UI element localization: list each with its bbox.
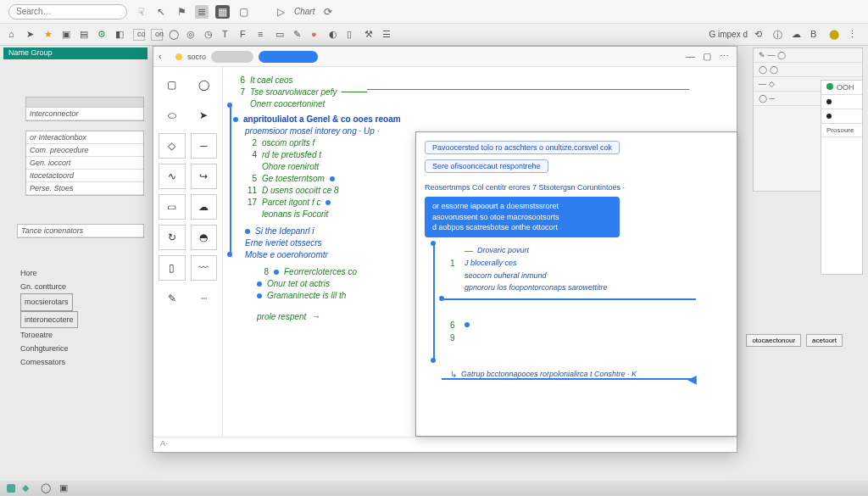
drop-icon[interactable]: ● xyxy=(311,29,323,41)
sync-icon[interactable]: ⟲ xyxy=(754,29,766,41)
refresh-icon[interactable]: ⟳ xyxy=(321,5,335,19)
overlay-panel: Pavoocersted tolo ro acschters o onultiz… xyxy=(415,131,737,437)
right-panel-2: OOH Prosoure xyxy=(821,80,863,275)
bg-frame-1: Interconnector xyxy=(25,97,144,121)
bg-btn-a[interactable]: otocaectonour xyxy=(746,334,801,347)
bg-btn-b[interactable]: acetoort xyxy=(806,334,843,347)
taskbar-icon-3[interactable]: ▣ xyxy=(59,482,71,494)
window-dot-icon xyxy=(175,53,182,60)
back-icon[interactable]: ‹ xyxy=(159,51,170,63)
font-icon[interactable]: F xyxy=(240,29,252,41)
layer-icon[interactable]: ▭ xyxy=(275,29,287,41)
align-icon[interactable]: ≡ xyxy=(258,29,270,41)
pal-loop-icon[interactable]: ↻ xyxy=(159,225,186,250)
chip-2[interactable]: Sere ofisooncecaut respontrehe xyxy=(425,159,548,173)
arrow-icon[interactable]: ➤ xyxy=(26,29,38,41)
pal-cloud-icon[interactable]: ☁ xyxy=(191,194,218,220)
pal-diamond-icon[interactable]: ◇ xyxy=(159,133,186,159)
popup-header: ‹ socro — ▢ ⋯ xyxy=(153,47,737,67)
right-label: G impex d xyxy=(709,30,748,39)
chip-filled[interactable]: or essorne iapoourt a doesmstssroret aso… xyxy=(425,197,620,237)
btn-a[interactable]: co xyxy=(133,29,145,41)
pal-square-icon[interactable]: ▢ xyxy=(159,72,186,98)
pointer-icon[interactable]: ↖ xyxy=(154,5,168,19)
pal-arrow-icon[interactable]: ➤ xyxy=(191,103,218,128)
bold-icon[interactable]: B xyxy=(810,29,822,41)
misc-icon[interactable]: ◐ xyxy=(329,29,341,41)
bell-icon[interactable]: ⬤ xyxy=(829,29,841,41)
btn-b[interactable]: on xyxy=(151,29,163,41)
pal-pen-icon[interactable]: ✎ xyxy=(159,286,186,311)
popup-title: socro xyxy=(187,53,206,61)
chart-label: Chart xyxy=(294,7,314,16)
pal-connector-icon[interactable]: ↪ xyxy=(191,164,218,189)
text-icon[interactable]: T xyxy=(222,29,234,41)
bg-frame-3: Tance iconenators xyxy=(17,224,144,238)
taskbar: ◆ ◯ ▣ xyxy=(0,481,868,496)
search-input[interactable] xyxy=(8,4,127,20)
ruler-icon[interactable]: ▯ xyxy=(347,29,359,41)
pen-icon[interactable]: ✎ xyxy=(293,29,305,41)
chip-1[interactable]: Pavoocersted tolo ro acschters o onultiz… xyxy=(425,141,620,154)
cloud-icon[interactable]: ☁ xyxy=(792,29,804,41)
tool-icon[interactable]: ⚒ xyxy=(364,29,376,41)
icon-palette: ▢ ◯ ⬭ ➤ ◇ ─ ∿ ↪ ▭ ☁ ↻ ◓ ▯ 〰 ✎ ┈ xyxy=(153,67,223,437)
top-toolbar: ☟ ↖ ⚑ ≣ ▦ ▢ ▷ Chart ⟳ xyxy=(0,0,868,24)
square-icon[interactable]: ▢ xyxy=(236,5,250,19)
play-icon[interactable]: ▷ xyxy=(274,5,287,19)
target-icon[interactable]: ◎ xyxy=(186,29,198,41)
grid-icon[interactable]: ▦ xyxy=(215,5,230,19)
pal-dash-icon[interactable]: ┈ xyxy=(191,286,218,311)
left-header: Name Group xyxy=(3,47,147,59)
max-icon[interactable]: ▢ xyxy=(703,51,715,63)
divider-line xyxy=(367,89,689,90)
taskbar-icon-2[interactable]: ◯ xyxy=(41,482,53,494)
pal-scribble-icon[interactable]: 〰 xyxy=(191,255,218,281)
flag-icon[interactable]: ⚑ xyxy=(175,5,188,19)
list-icon[interactable]: ≣ xyxy=(195,5,209,19)
bg-buttons: otocaectonour acetoort xyxy=(746,334,843,347)
pal-curve-icon[interactable]: ∿ xyxy=(159,164,186,189)
taskbar-icon-1[interactable]: ◆ xyxy=(22,482,34,494)
gear-icon[interactable]: ⚙ xyxy=(97,29,109,41)
doc-icon[interactable]: ▤ xyxy=(80,29,92,41)
min-icon[interactable]: — xyxy=(686,51,698,63)
star-icon[interactable]: ★ xyxy=(44,29,56,41)
info-icon[interactable]: ⓘ xyxy=(773,29,785,41)
pal-shape-icon[interactable]: ◓ xyxy=(191,225,218,250)
option-icon[interactable]: ⋮ xyxy=(848,29,860,41)
taskbar-app-1[interactable] xyxy=(7,484,15,493)
shape-icon[interactable]: ◧ xyxy=(115,29,127,41)
more-icon[interactable]: ⋯ xyxy=(720,51,732,63)
bg-frame-2: or Interactionbox Com. preocedure Gen. i… xyxy=(25,131,144,196)
tab-inactive[interactable] xyxy=(211,51,253,63)
pal-oval-icon[interactable]: ⬭ xyxy=(159,103,186,128)
second-toolbar: ⌂ ➤ ★ ▣ ▤ ⚙ ◧ co on ◯ ◎ ◷ T F ≡ ▭ ✎ ● ◐ … xyxy=(0,24,868,46)
home-icon[interactable]: ⌂ xyxy=(8,29,20,41)
pal-line-icon[interactable]: ─ xyxy=(191,133,218,159)
box-icon[interactable]: ▣ xyxy=(62,29,74,41)
tab-active[interactable] xyxy=(259,51,318,63)
bg-lower-list: Hore Gn. contturce mocsierotars interone… xyxy=(20,266,78,369)
pal-box-icon[interactable]: ▭ xyxy=(159,194,186,220)
stack-icon[interactable]: ☰ xyxy=(382,29,394,41)
popup-footer: A· xyxy=(153,437,737,452)
clock-icon[interactable]: ◷ xyxy=(204,29,216,41)
pal-circle-icon[interactable]: ◯ xyxy=(191,72,218,98)
pal-rect-icon[interactable]: ▯ xyxy=(159,255,186,281)
context-line: Reosertnmps Col centitr erores 7 Stsoter… xyxy=(425,183,728,192)
circle-icon[interactable]: ◯ xyxy=(169,29,181,41)
hand-icon[interactable]: ☟ xyxy=(134,5,147,19)
